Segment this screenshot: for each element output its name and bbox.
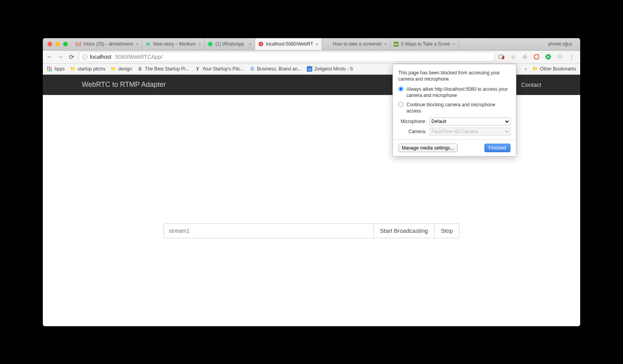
site-info-icon[interactable]: i [82, 54, 88, 60]
bookmark-business-brand[interactable]: G Business, Brand an... [250, 66, 301, 72]
chrome-menu-icon[interactable]: ⋮ [568, 54, 575, 60]
tab-label: How to take a screensh [333, 41, 382, 47]
radio-allow[interactable] [398, 86, 403, 91]
toolbar-icons: ☆ D ⋮ [498, 54, 577, 60]
microphone-label: Microphone: [398, 119, 426, 124]
forward-button[interactable]: → [57, 53, 64, 60]
broadcast-form: Start Broadcasting Stop [164, 223, 459, 238]
bookmark-label: Other Bookmarks [540, 66, 576, 72]
tab-inbox[interactable]: Inbox (25) - ahmetmerm × [72, 38, 142, 50]
extension-icon[interactable]: D [545, 54, 551, 60]
tabs: Inbox (25) - ahmetmerm × M New story – M… [72, 38, 540, 50]
extension-icon[interactable] [522, 54, 528, 60]
other-bookmarks[interactable]: 📁 Other Bookmarks [533, 66, 576, 72]
close-icon[interactable]: × [249, 41, 252, 47]
tab-localhost[interactable]: 5 localhost:5080/WebRT × [255, 38, 322, 50]
url-path: :5080/WebRTCApp/ [114, 54, 162, 60]
tab-whatsapp[interactable]: (1) WhatsApp × [204, 38, 255, 50]
option-block-label: Continue blocking camera and microphone … [407, 102, 510, 114]
back-button[interactable]: ← [46, 53, 53, 60]
finished-button[interactable]: Finished [484, 144, 510, 152]
tab-label: Inbox (25) - ahmetmerm [83, 41, 134, 47]
extension-icon[interactable] [533, 54, 540, 60]
camera-blocked-icon[interactable] [498, 54, 505, 60]
window-controls [43, 42, 72, 46]
close-icon[interactable]: × [452, 41, 456, 47]
folder-icon: 📁 [533, 66, 538, 72]
option-block[interactable]: Continue blocking camera and microphone … [398, 102, 510, 114]
bookmark-star-icon[interactable]: ☆ [510, 54, 516, 60]
bookmark-your-startup[interactable]: T Your Startup's Pitc... [195, 66, 244, 72]
close-window-button[interactable] [48, 42, 52, 46]
url-host: localhost [90, 54, 111, 60]
bookmarks-overflow[interactable]: » [524, 66, 527, 72]
browser-window: Inbox (25) - ahmetmerm × M New story – M… [43, 38, 580, 326]
svg-rect-5 [47, 69, 48, 70]
close-icon[interactable]: × [384, 41, 387, 47]
tab-label: 5 Ways to Take a Scree [401, 41, 450, 47]
tab-label: localhost:5080/WebRT [266, 41, 313, 47]
bookmark-favicon: zg [307, 66, 312, 72]
svg-rect-2 [47, 67, 48, 68]
bookmark-label: The Best Startup Pi... [145, 66, 189, 72]
bookmark-favicon: T [195, 66, 200, 72]
camera-row: Camera: FaceTime HD Camera [398, 128, 510, 135]
divider [393, 139, 516, 140]
close-icon[interactable]: × [136, 41, 139, 47]
bookmark-label: Apps [54, 66, 65, 72]
option-allow[interactable]: Always allow http://localhost:5080 to ac… [398, 86, 510, 98]
microphone-select[interactable]: Default [429, 118, 510, 125]
permission-popup: This page has been blocked from accessin… [392, 64, 516, 157]
start-broadcasting-button[interactable]: Start Broadcasting [374, 223, 435, 238]
page-icon: 🗎 [137, 66, 143, 72]
option-allow-label: Always allow http://localhost:5080 to ac… [407, 86, 510, 98]
contact-link[interactable]: Contact [521, 81, 541, 88]
svg-rect-3 [49, 67, 50, 68]
maximize-window-button[interactable] [63, 42, 68, 46]
page-title: WebRTC to RTMP Adapter [82, 81, 166, 89]
tab-wikihow[interactable]: wH 5 Ways to Take a Scree × [391, 38, 459, 50]
tab-label: (1) WhatsApp [215, 41, 246, 47]
close-icon[interactable]: × [198, 41, 201, 47]
folder-icon: 📁 [111, 66, 116, 72]
folder-icon: 📁 [70, 66, 76, 72]
tab-label: New story – Medium [153, 41, 195, 47]
svg-rect-7 [51, 69, 52, 70]
stream-name-input[interactable] [164, 223, 374, 238]
gmail-icon [76, 41, 81, 47]
tab-apple[interactable]: How to take a screensh × [322, 38, 391, 50]
bookmark-label: Business, Brand an... [257, 66, 301, 72]
bookmark-startup-pitchs[interactable]: 📁 startup pitchs [70, 66, 105, 72]
tab-medium[interactable]: M New story – Medium × [142, 38, 204, 50]
bookmark-apps[interactable]: Apps [47, 66, 65, 72]
medium-icon: M [145, 41, 151, 47]
close-icon[interactable]: × [315, 41, 319, 47]
reload-button[interactable]: ⟳ [68, 53, 75, 61]
bookmark-label: design [118, 66, 132, 72]
svg-rect-9 [49, 70, 50, 71]
bookmark-zeitgeist[interactable]: zg Zeitgeist Minds - S [307, 66, 353, 72]
toolbar: ← → ⟳ i localhost:5080/WebRTCApp/ ☆ D ⋮ [43, 51, 580, 64]
extension-icon[interactable] [557, 54, 563, 60]
camera-label: Camera: [398, 129, 426, 134]
stop-button[interactable]: Stop [435, 223, 459, 238]
svg-rect-1 [502, 57, 504, 59]
bookmark-best-startup[interactable]: 🗎 The Best Startup Pi... [137, 66, 189, 72]
radio-block[interactable] [398, 102, 403, 107]
tab-strip: Inbox (25) - ahmetmerm × M New story – M… [43, 38, 580, 51]
svg-rect-4 [51, 67, 52, 68]
google-icon: G [250, 66, 255, 72]
svg-rect-8 [47, 70, 48, 71]
address-bar[interactable]: i localhost:5080/WebRTCApp/ [79, 52, 495, 62]
minimize-window-button[interactable] [55, 42, 60, 46]
apps-icon [47, 66, 52, 72]
bookmark-design[interactable]: 📁 design [111, 66, 132, 72]
camera-select: FaceTime HD Camera [429, 128, 510, 135]
svg-rect-6 [49, 69, 50, 70]
profile-name[interactable]: ahmet oğuz [540, 41, 580, 47]
whatsapp-icon [208, 41, 213, 47]
wikihow-icon: wH [394, 42, 399, 47]
svg-rect-10 [51, 70, 52, 71]
bookmark-label: startup pitchs [77, 66, 105, 72]
manage-media-settings-button[interactable]: Manage media settings... [398, 144, 458, 152]
